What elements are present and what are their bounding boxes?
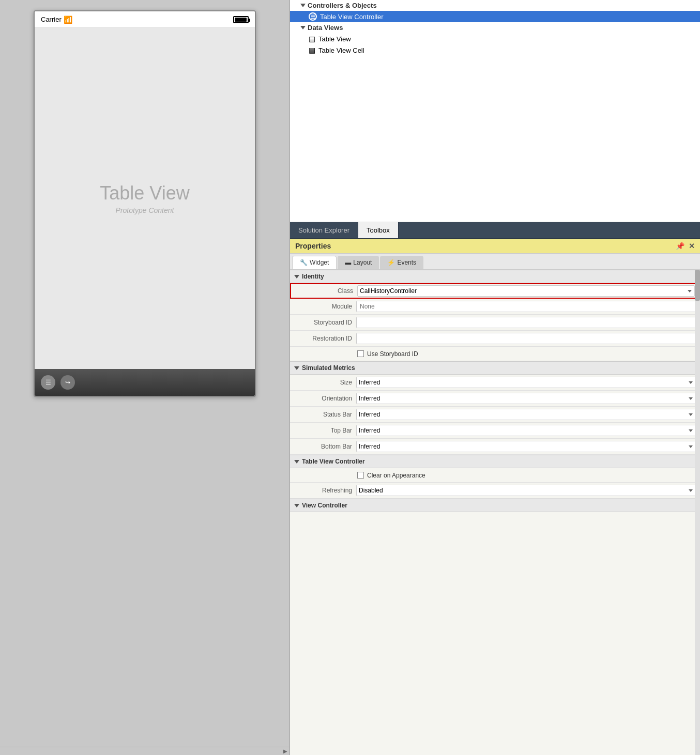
phone-mockup: Carrier 📶 Table View Prototype Content ☰… [34, 10, 256, 397]
bottom-bar-label: Bottom Bar [294, 443, 356, 450]
refreshing-select[interactable]: Disabled [356, 485, 696, 496]
use-storyboard-id-row: Use Storyboard ID [290, 347, 700, 361]
top-bar-select[interactable]: Inferred [356, 425, 696, 436]
table-view-controller-label: Table View Controller [320, 13, 384, 21]
status-bar-label: Status Bar [294, 411, 356, 418]
storyboard-id-input[interactable] [356, 317, 696, 328]
status-bar-select[interactable]: Inferred [356, 409, 696, 420]
close-icon[interactable]: ✕ [689, 242, 695, 250]
restoration-id-input[interactable] [356, 333, 696, 344]
identity-section-header: Identity [290, 270, 700, 283]
restoration-id-row: Restoration ID [290, 331, 700, 347]
module-label: Module [294, 303, 356, 310]
collapse-icon[interactable] [300, 4, 306, 7]
outline-item-table-view-cell[interactable]: ▤ Table View Cell [290, 44, 700, 56]
horizontal-scrollbar[interactable]: ▶ [0, 747, 290, 755]
tvc-collapse-icon[interactable] [294, 460, 299, 464]
clear-on-appearance-label: Clear on Appearance [367, 472, 425, 479]
storyboard-id-row: Storyboard ID [290, 315, 700, 331]
table-view-cell-label: Table View Cell [318, 47, 364, 54]
data-views-label: Data Views [308, 24, 343, 32]
simulated-metrics-label: Simulated Metrics [302, 364, 355, 372]
storyboard-id-value [356, 317, 696, 328]
tab-layout[interactable]: ▬ Layout [338, 256, 379, 269]
data-views-section: Data Views [290, 22, 700, 33]
table-view-label: Table View [318, 35, 351, 43]
status-bar-row: Status Bar Inferred [290, 407, 700, 423]
carrier-label: Carrier [41, 16, 62, 23]
use-storyboard-id-label: Use Storyboard ID [367, 350, 418, 358]
tab-toolbox[interactable]: Toolbox [358, 222, 399, 238]
module-input[interactable] [356, 301, 696, 312]
identity-section-label: Identity [302, 273, 324, 280]
clear-on-appearance-checkbox[interactable] [357, 472, 364, 479]
vc-collapse-icon[interactable] [294, 504, 299, 507]
bottom-bar-value: Inferred [356, 441, 696, 452]
restoration-id-value [356, 333, 696, 344]
properties-panel: Properties 📌 ✕ 🔧 Widget ▬ Layout ⚡ [290, 239, 700, 755]
toolbar-icon-1: ☰ [41, 375, 55, 390]
prop-tabs: 🔧 Widget ▬ Layout ⚡ Events [290, 254, 700, 270]
wifi-icon: 📶 [64, 16, 72, 24]
orientation-select[interactable]: Inferred [356, 393, 696, 404]
vertical-scrollbar[interactable] [695, 270, 700, 755]
phone-status-bar: Carrier 📶 [35, 11, 255, 28]
tab-solution-explorer[interactable]: Solution Explorer [290, 222, 358, 238]
size-row: Size Inferred [290, 375, 700, 391]
widget-icon: 🔧 [300, 259, 308, 266]
table-view-controller-icon: ☰ [309, 12, 317, 21]
vc-section-label: View Controller [302, 502, 347, 509]
size-value: Inferred [356, 377, 696, 388]
class-label: Class [295, 287, 357, 295]
outline-item-table-view-controller[interactable]: ☰ Table View Controller [290, 11, 700, 22]
storyboard-canvas: Carrier 📶 Table View Prototype Content ☰… [0, 0, 290, 755]
phone-content: Table View Prototype Content [35, 28, 255, 369]
tab-events[interactable]: ⚡ Events [380, 256, 423, 269]
layout-tab-label: Layout [353, 259, 372, 266]
bottom-bar-row: Bottom Bar Inferred [290, 439, 700, 455]
restoration-id-label: Restoration ID [294, 335, 356, 342]
orientation-value: Inferred [356, 393, 696, 404]
battery-icon [233, 16, 249, 23]
view-controller-section-header: View Controller [290, 499, 700, 512]
outline-item-table-view[interactable]: ▤ Table View [290, 33, 700, 44]
class-row: Class CallHistoryController [290, 283, 700, 299]
phone-toolbar: ☰ ↪ [35, 369, 255, 396]
class-select[interactable]: CallHistoryController [357, 285, 695, 297]
clear-on-appearance-row: Clear on Appearance [290, 468, 700, 483]
top-bar-value: Inferred [356, 425, 696, 436]
pin-icon[interactable]: 📌 [676, 242, 684, 250]
outline-panel: Controllers & Objects ☰ Table View Contr… [290, 0, 700, 222]
tab-bar: Solution Explorer Toolbox [290, 222, 700, 239]
orientation-label: Orientation [294, 395, 356, 402]
collapse-icon-data[interactable] [300, 26, 306, 29]
top-bar-label: Top Bar [294, 427, 356, 434]
table-view-cell-icon: ▤ [309, 46, 315, 54]
refreshing-value: Disabled [356, 485, 696, 496]
events-icon: ⚡ [387, 259, 395, 266]
bottom-bar-select[interactable]: Inferred [356, 441, 696, 452]
table-view-outline-icon: ▤ [309, 35, 315, 43]
scroll-right-arrow[interactable]: ▶ [283, 748, 287, 754]
class-value: CallHistoryController [357, 285, 695, 297]
widget-tab-label: Widget [310, 259, 329, 266]
controllers-objects-label: Controllers & Objects [308, 2, 377, 9]
simulated-metrics-collapse-icon[interactable] [294, 366, 299, 370]
module-value [356, 301, 696, 312]
table-view-watermark: Table View [100, 182, 189, 204]
prototype-content-label: Prototype Content [116, 206, 174, 214]
prop-content: Identity Class CallHistoryController Mod… [290, 270, 700, 755]
tvc-section-label: Table View Controller [302, 458, 365, 465]
events-tab-label: Events [397, 259, 416, 266]
tab-widget[interactable]: 🔧 Widget [292, 256, 337, 269]
controllers-objects-section: Controllers & Objects [290, 0, 700, 11]
right-panel: Controllers & Objects ☰ Table View Contr… [290, 0, 700, 755]
simulated-metrics-section-header: Simulated Metrics [290, 361, 700, 375]
use-storyboard-id-checkbox[interactable] [357, 350, 364, 357]
size-label: Size [294, 379, 356, 386]
scrollbar-thumb[interactable] [695, 270, 700, 301]
identity-collapse-icon[interactable] [294, 275, 299, 279]
refreshing-label: Refreshing [294, 487, 356, 494]
size-select[interactable]: Inferred [356, 377, 696, 388]
refreshing-row: Refreshing Disabled [290, 483, 700, 499]
